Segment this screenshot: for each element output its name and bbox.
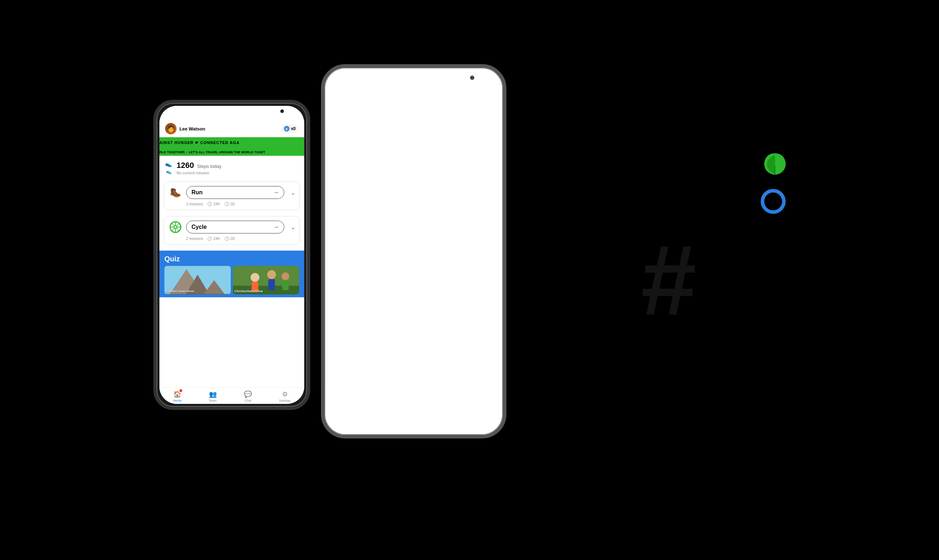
quiz-person-1: Damien Guerchois bbox=[166, 289, 194, 293]
run-card[interactable]: 🥾 Run → ⌄ 2 missions 🕐 24H bbox=[164, 182, 300, 210]
run-button[interactable]: Run → bbox=[186, 186, 284, 199]
ticker-bar-1: AINST HUNGER ☛ CONNECTED AGA bbox=[159, 137, 304, 147]
svg-line-6 bbox=[172, 223, 174, 226]
coin-badge: ● x0 bbox=[281, 125, 299, 133]
svg-rect-20 bbox=[268, 279, 275, 290]
clock-icon-cycle1: 🕐 bbox=[207, 236, 212, 241]
user-info: 🧑 Lee Watson bbox=[165, 123, 205, 134]
nav-settings-label: Settings bbox=[279, 399, 291, 402]
back-phone-screen bbox=[328, 71, 499, 431]
steps-label: Steps today bbox=[197, 164, 222, 169]
cycle-time1: 🕐 24H bbox=[207, 236, 220, 241]
nav-team[interactable]: 👥 Team bbox=[209, 390, 217, 402]
run-arrow-icon: → bbox=[273, 189, 279, 196]
svg-point-1 bbox=[174, 226, 177, 229]
cycle-card-header: Cycle → ⌄ bbox=[168, 220, 295, 234]
run-time2: 🕐 2D bbox=[224, 202, 235, 206]
svg-rect-14 bbox=[165, 294, 231, 294]
nav-chat-label: Chat bbox=[244, 399, 251, 402]
cycle-expand-icon[interactable]: ⌄ bbox=[291, 224, 295, 231]
svg-point-17 bbox=[251, 273, 260, 282]
cycle-button[interactable]: Cycle → bbox=[186, 221, 284, 234]
ticker-text-1: AINST HUNGER ☛ CONNECTED AGA bbox=[159, 140, 240, 145]
cycle-icon bbox=[168, 220, 183, 234]
quiz-image-mountain[interactable]: Damien Guerchois bbox=[165, 266, 231, 294]
steps-icon: 👟 👟 bbox=[165, 161, 172, 174]
coin-count: x0 bbox=[291, 126, 296, 131]
footprint-icon-2: 👟 bbox=[166, 169, 172, 174]
circle-decoration bbox=[761, 189, 786, 214]
cycle-card[interactable]: Cycle → ⌄ 2 missions 🕐 24H 🕐 2 bbox=[164, 216, 300, 245]
scene: 🧑 Lee Watson ● x0 AINST HUNGER ☛ CONNECT… bbox=[0, 0, 939, 560]
avatar: 🧑 bbox=[165, 123, 177, 134]
run-meta: 2 missions 🕐 24H 🕐 2D bbox=[186, 202, 295, 206]
quiz-section[interactable]: Quiz Damien Guerchois bbox=[159, 251, 304, 297]
svg-point-19 bbox=[267, 270, 276, 279]
clock-icon-run2: 🕐 bbox=[224, 202, 229, 206]
svg-point-21 bbox=[282, 272, 289, 280]
steps-row: 1260 Steps today bbox=[177, 161, 299, 170]
hash-decoration: # bbox=[641, 223, 696, 337]
front-phone: 🧑 Lee Watson ● x0 AINST HUNGER ☛ CONNECT… bbox=[153, 100, 310, 410]
home-icon: 🏠 bbox=[173, 390, 181, 398]
settings-icon: ⚙ bbox=[282, 390, 288, 398]
nav-home[interactable]: 🏠 Home bbox=[173, 390, 182, 402]
bottom-nav: 🏠 Home 👥 Team 💬 Chat ⚙ bbox=[159, 387, 304, 404]
back-phone bbox=[321, 64, 506, 438]
steps-count: 1260 bbox=[177, 161, 194, 170]
coin-icon: ● bbox=[284, 126, 289, 132]
home-badge bbox=[179, 389, 182, 392]
quiz-title: Quiz bbox=[165, 255, 299, 263]
svg-line-8 bbox=[172, 229, 174, 231]
steps-section: 👟 👟 1260 Steps today No current mission bbox=[159, 156, 304, 178]
clock-icon-cycle2: 🕐 bbox=[224, 236, 229, 241]
nav-team-label: Team bbox=[209, 399, 217, 402]
phone-screen: 🧑 Lee Watson ● x0 AINST HUNGER ☛ CONNECT… bbox=[159, 106, 304, 404]
cycle-missions: 2 missions bbox=[186, 237, 203, 241]
app-container: 🧑 Lee Watson ● x0 AINST HUNGER ☛ CONNECT… bbox=[159, 106, 304, 404]
cycle-time2: 🕐 2D bbox=[224, 236, 235, 241]
quiz-person-2: ChristocheDaSilva bbox=[234, 289, 263, 293]
run-missions: 2 missions bbox=[186, 202, 203, 206]
cycle-arrow-icon: → bbox=[273, 224, 279, 230]
nav-chat[interactable]: 💬 Chat bbox=[244, 390, 252, 402]
quiz-images: Damien Guerchois bbox=[165, 266, 299, 294]
ticker-text-2: RLD TOGETHER→ LET'S ALL TRAVEL AROUND TH… bbox=[159, 151, 265, 154]
wheel-icon bbox=[169, 221, 182, 234]
team-icon: 👥 bbox=[209, 390, 217, 398]
run-expand-icon[interactable]: ⌄ bbox=[291, 189, 295, 196]
leaf-decoration bbox=[761, 150, 789, 180]
circle-ring bbox=[761, 189, 786, 214]
leaf-svg bbox=[761, 150, 789, 178]
svg-rect-22 bbox=[282, 280, 289, 290]
chat-icon: 💬 bbox=[244, 390, 252, 398]
svg-line-7 bbox=[177, 229, 179, 231]
steps-info: 1260 Steps today No current mission bbox=[177, 161, 299, 175]
user-name: Lee Watson bbox=[179, 126, 205, 132]
svg-line-9 bbox=[177, 223, 179, 226]
ticker-bar-2: RLD TOGETHER→ LET'S ALL TRAVEL AROUND TH… bbox=[159, 147, 304, 156]
cycle-meta: 2 missions 🕐 24H 🕐 2D bbox=[186, 236, 295, 241]
app-header: 🧑 Lee Watson ● x0 bbox=[159, 106, 304, 137]
run-icon: 🥾 bbox=[168, 185, 183, 200]
nav-home-label: Home bbox=[173, 399, 182, 402]
run-label: Run bbox=[191, 189, 203, 196]
run-time1: 🕐 24H bbox=[207, 202, 220, 206]
clock-icon-run1: 🕐 bbox=[207, 202, 212, 206]
nav-settings[interactable]: ⚙ Settings bbox=[279, 390, 291, 402]
footprint-icon-1: 👟 bbox=[165, 161, 172, 168]
cycle-label: Cycle bbox=[191, 224, 207, 230]
quiz-image-group[interactable]: ChristocheDaSilva bbox=[233, 266, 299, 294]
run-card-header: 🥾 Run → ⌄ bbox=[168, 185, 295, 200]
steps-mission: No current mission bbox=[177, 171, 299, 175]
